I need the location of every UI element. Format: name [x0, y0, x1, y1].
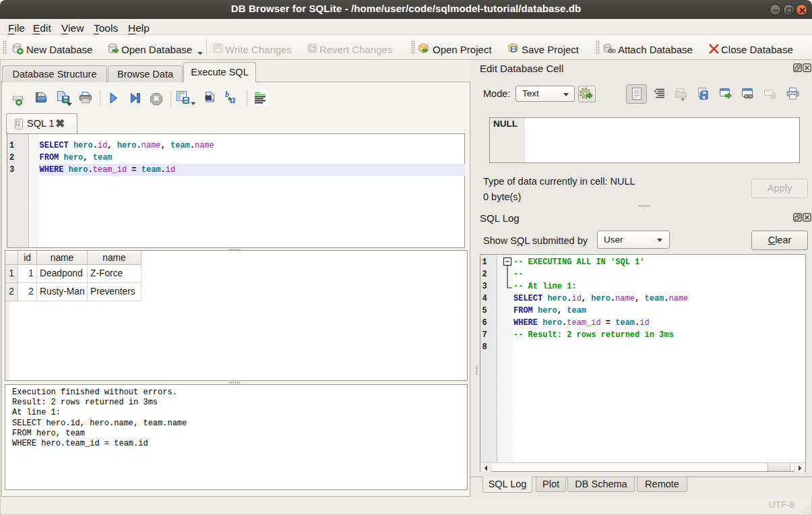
- svg-text:b: b: [225, 90, 229, 99]
